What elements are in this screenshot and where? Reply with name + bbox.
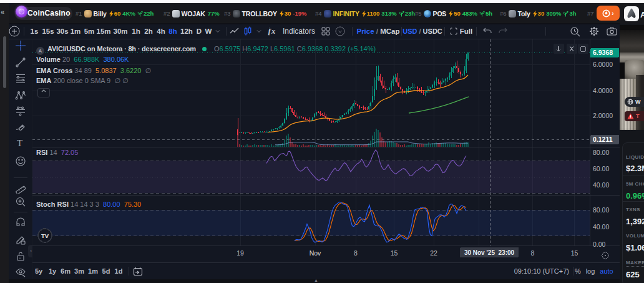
svg-text:40.00: 40.00 bbox=[593, 181, 609, 189]
svg-text:15: 15 bbox=[391, 249, 398, 257]
svg-text:19: 19 bbox=[237, 249, 244, 257]
svg-text:30 Nov '25 23:00: 30 Nov '25 23:00 bbox=[464, 249, 515, 256]
svg-text:0.1211: 0.1211 bbox=[593, 136, 613, 143]
svg-text:8: 8 bbox=[354, 249, 358, 257]
svg-text:60.00: 60.00 bbox=[593, 165, 609, 172]
svg-text:40.00: 40.00 bbox=[593, 223, 609, 231]
svg-text:Nov: Nov bbox=[310, 249, 321, 257]
svg-text:2.0000: 2.0000 bbox=[593, 112, 613, 119]
svg-text:6.0000: 6.0000 bbox=[593, 61, 613, 68]
svg-text:0.00: 0.00 bbox=[593, 241, 606, 248]
svg-text:TV: TV bbox=[41, 232, 49, 239]
svg-text:80.00: 80.00 bbox=[593, 206, 609, 214]
svg-text:80.00: 80.00 bbox=[593, 149, 609, 156]
svg-text:8: 8 bbox=[531, 249, 535, 257]
svg-text:6.9368: 6.9368 bbox=[593, 49, 613, 56]
svg-text:22: 22 bbox=[430, 249, 437, 257]
svg-text:4.0000: 4.0000 bbox=[593, 87, 613, 94]
svg-text:15: 15 bbox=[571, 249, 578, 257]
